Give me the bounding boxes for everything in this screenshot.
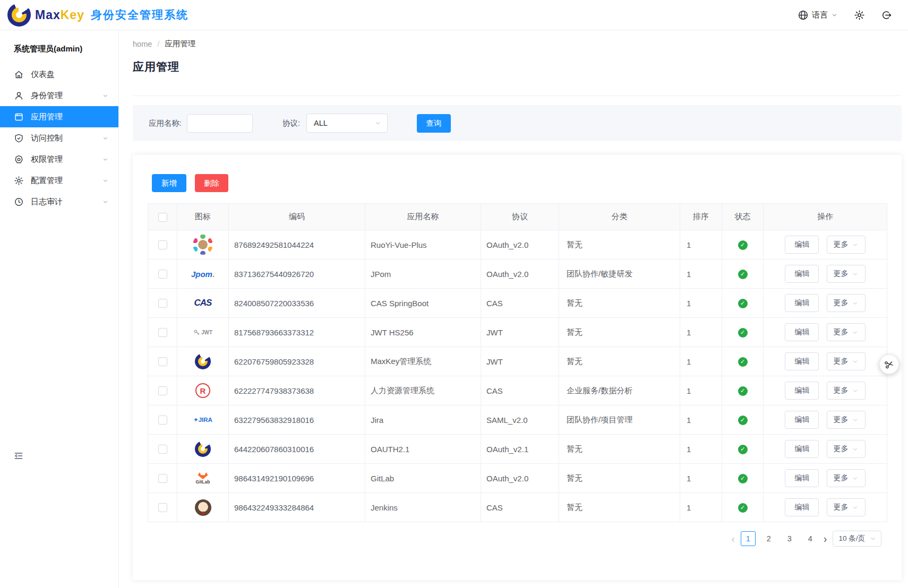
edit-button[interactable]: 编辑 bbox=[785, 236, 819, 254]
app-name-label: 应用名称: bbox=[149, 118, 182, 128]
row-checkbox[interactable] bbox=[158, 240, 167, 249]
collapse-sidebar-button[interactable] bbox=[13, 451, 24, 461]
more-button[interactable]: 更多 bbox=[827, 236, 866, 254]
chevron-down-icon bbox=[102, 198, 109, 205]
breadcrumb-current: 应用管理 bbox=[165, 39, 195, 49]
row-checkbox[interactable] bbox=[158, 474, 167, 483]
app-name: JPom bbox=[365, 260, 481, 289]
app-name: CAS SpringBoot bbox=[365, 289, 481, 318]
edit-button[interactable]: 编辑 bbox=[785, 498, 819, 516]
more-button[interactable]: 更多 bbox=[827, 382, 866, 400]
app-code: 622076759805923328 bbox=[229, 347, 365, 376]
more-button[interactable]: 更多 bbox=[827, 294, 866, 312]
status-active-icon bbox=[738, 270, 748, 279]
chevron-down-icon bbox=[852, 329, 859, 336]
app-sort: 1 bbox=[680, 260, 722, 289]
protocol-select[interactable]: ALL bbox=[306, 114, 388, 133]
page-button-1[interactable]: 1 bbox=[741, 531, 756, 546]
row-checkbox[interactable] bbox=[158, 445, 167, 454]
edit-button[interactable]: 编辑 bbox=[785, 352, 819, 370]
chevron-down-icon bbox=[102, 92, 109, 99]
sidebar-item-access[interactable]: 访问控制 bbox=[0, 127, 118, 149]
app-protocol: OAuth_v2.0 bbox=[481, 230, 559, 260]
row-checkbox[interactable] bbox=[158, 386, 167, 395]
sidebar-item-label: 权限管理 bbox=[31, 154, 102, 165]
more-button[interactable]: 更多 bbox=[827, 440, 866, 458]
chevron-down-icon bbox=[852, 241, 859, 248]
logout-button[interactable] bbox=[881, 10, 892, 21]
floating-tool-button[interactable] bbox=[879, 354, 899, 374]
search-button[interactable]: 查询 bbox=[417, 114, 451, 133]
app-header: Max Key 身份安全管理系统 语言 bbox=[0, 0, 908, 30]
pagination: ‹ 1234 › 10 条/页 bbox=[133, 531, 881, 547]
more-button[interactable]: 更多 bbox=[827, 498, 866, 516]
app-code: 876892492581044224 bbox=[229, 230, 365, 260]
add-button[interactable]: 新增 bbox=[152, 174, 186, 192]
delete-button[interactable]: 删除 bbox=[195, 174, 228, 192]
table-row: GitLab 986431492190109696 GitLab OAuth_v… bbox=[148, 464, 887, 493]
more-button[interactable]: 更多 bbox=[827, 411, 866, 429]
app-code: 622227747938373638 bbox=[229, 376, 365, 405]
app-protocol: SAML_v2.0 bbox=[481, 405, 559, 435]
chevron-down-icon bbox=[102, 156, 109, 163]
edit-button[interactable]: 编辑 bbox=[785, 440, 819, 458]
sidebar-item-label: 日志审计 bbox=[31, 197, 102, 207]
sidebar-item-identity[interactable]: 身份管理 bbox=[0, 85, 118, 106]
edit-button[interactable]: 编辑 bbox=[785, 411, 819, 429]
edit-button[interactable]: 编辑 bbox=[785, 265, 819, 283]
app-icon bbox=[14, 112, 24, 122]
app-category: 企业服务/数据分析 bbox=[559, 376, 680, 405]
page-button-3[interactable]: 3 bbox=[782, 531, 797, 546]
row-checkbox[interactable] bbox=[158, 503, 167, 512]
settings-button[interactable] bbox=[854, 10, 865, 21]
language-menu[interactable]: 语言 bbox=[798, 10, 838, 21]
maxkey-logo-icon bbox=[7, 3, 31, 27]
row-checkbox[interactable] bbox=[158, 328, 167, 337]
sidebar-item-apps[interactable]: 应用管理 bbox=[0, 106, 118, 127]
edit-button[interactable]: 编辑 bbox=[785, 294, 819, 312]
col-icon: 图标 bbox=[177, 204, 229, 230]
row-checkbox[interactable] bbox=[158, 357, 167, 366]
more-button[interactable]: 更多 bbox=[827, 469, 866, 487]
app-name: RuoYi-Vue-Plus bbox=[365, 230, 481, 260]
status-active-icon bbox=[738, 386, 748, 396]
page-size-select[interactable]: 10 条/页 bbox=[833, 531, 881, 547]
app-code: 644220607860310016 bbox=[229, 435, 365, 464]
col-name: 应用名称 bbox=[365, 204, 481, 230]
app-sort: 1 bbox=[680, 289, 722, 318]
status-active-icon bbox=[738, 357, 748, 367]
row-checkbox[interactable] bbox=[158, 270, 167, 279]
more-button[interactable]: 更多 bbox=[827, 323, 866, 341]
more-button[interactable]: 更多 bbox=[827, 352, 866, 370]
app-code: 824008507220033536 bbox=[229, 289, 365, 318]
prev-page-button[interactable]: ‹ bbox=[731, 533, 735, 544]
next-page-button[interactable]: › bbox=[824, 533, 827, 544]
app-name-input[interactable] bbox=[187, 114, 253, 133]
sidebar-item-dashboard[interactable]: 仪表盘 bbox=[0, 64, 118, 85]
col-code: 编码 bbox=[229, 204, 365, 230]
edit-button[interactable]: 编辑 bbox=[785, 469, 819, 487]
app-code: 986432249333284864 bbox=[229, 493, 365, 522]
app-protocol: CAS bbox=[481, 289, 559, 318]
app-sort: 1 bbox=[680, 493, 722, 522]
chevron-down-icon bbox=[869, 535, 877, 542]
row-checkbox[interactable] bbox=[158, 299, 167, 308]
sidebar-item-config[interactable]: 配置管理 bbox=[0, 170, 118, 191]
edit-button[interactable]: 编辑 bbox=[785, 382, 819, 400]
col-category: 分类 bbox=[559, 204, 680, 230]
row-checkbox[interactable] bbox=[158, 416, 167, 425]
page-button-2[interactable]: 2 bbox=[761, 531, 776, 546]
select-all-checkbox[interactable] bbox=[158, 213, 167, 222]
app-code: 837136275440926720 bbox=[229, 260, 365, 289]
jira-logo: ✦JIRA bbox=[177, 405, 229, 435]
app-protocol: OAuth_v2.0 bbox=[481, 464, 559, 493]
app-category: 暂无 bbox=[559, 435, 680, 464]
jpom-logo: Jpom. bbox=[177, 260, 229, 289]
status-active-icon bbox=[738, 445, 748, 454]
more-button[interactable]: 更多 bbox=[827, 265, 866, 283]
breadcrumb-home-link[interactable]: home bbox=[133, 40, 152, 48]
page-button-4[interactable]: 4 bbox=[803, 531, 818, 546]
sidebar-item-audit[interactable]: 日志审计 bbox=[0, 191, 118, 212]
sidebar-item-permission[interactable]: 权限管理 bbox=[0, 149, 118, 170]
edit-button[interactable]: 编辑 bbox=[785, 323, 819, 341]
